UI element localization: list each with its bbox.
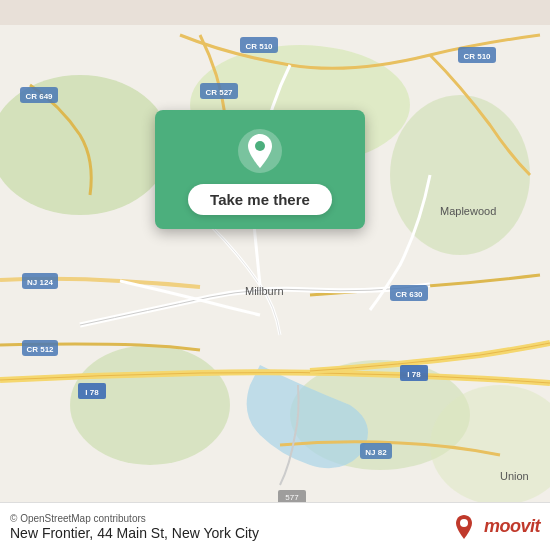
moovit-logo[interactable]: moovit xyxy=(450,513,540,541)
svg-point-33 xyxy=(255,141,265,151)
svg-text:I 78: I 78 xyxy=(407,370,421,379)
map-background: CR 510 CR 510 CR 649 CR 527 NJ 124 CR 51… xyxy=(0,0,550,550)
moovit-pin-icon xyxy=(450,513,478,541)
svg-text:CR 527: CR 527 xyxy=(205,88,233,97)
svg-text:NJ 82: NJ 82 xyxy=(365,448,387,457)
map-attribution: © OpenStreetMap contributors xyxy=(10,513,259,524)
svg-point-3 xyxy=(390,95,530,255)
svg-point-34 xyxy=(460,519,468,527)
bottom-bar: © OpenStreetMap contributors New Frontie… xyxy=(0,502,550,550)
svg-text:Union: Union xyxy=(500,470,529,482)
svg-text:I 78: I 78 xyxy=(85,388,99,397)
svg-text:CR 512: CR 512 xyxy=(26,345,54,354)
svg-text:CR 649: CR 649 xyxy=(25,92,53,101)
svg-text:CR 510: CR 510 xyxy=(463,52,491,61)
location-label: New Frontier, 44 Main St, New York City xyxy=(10,525,259,541)
location-pin-icon xyxy=(237,128,283,174)
take-me-there-button[interactable]: Take me there xyxy=(188,184,332,215)
popup-card: Take me there xyxy=(155,110,365,229)
svg-text:CR 630: CR 630 xyxy=(395,290,423,299)
map-container: CR 510 CR 510 CR 649 CR 527 NJ 124 CR 51… xyxy=(0,0,550,550)
svg-text:Millburn: Millburn xyxy=(245,285,284,297)
bottom-left-info: © OpenStreetMap contributors New Frontie… xyxy=(10,513,259,541)
svg-text:CR 510: CR 510 xyxy=(245,42,273,51)
svg-text:Maplewood: Maplewood xyxy=(440,205,496,217)
svg-text:NJ 124: NJ 124 xyxy=(27,278,53,287)
moovit-brand-name: moovit xyxy=(484,516,540,537)
svg-point-4 xyxy=(70,345,230,465)
svg-text:577: 577 xyxy=(285,493,299,502)
